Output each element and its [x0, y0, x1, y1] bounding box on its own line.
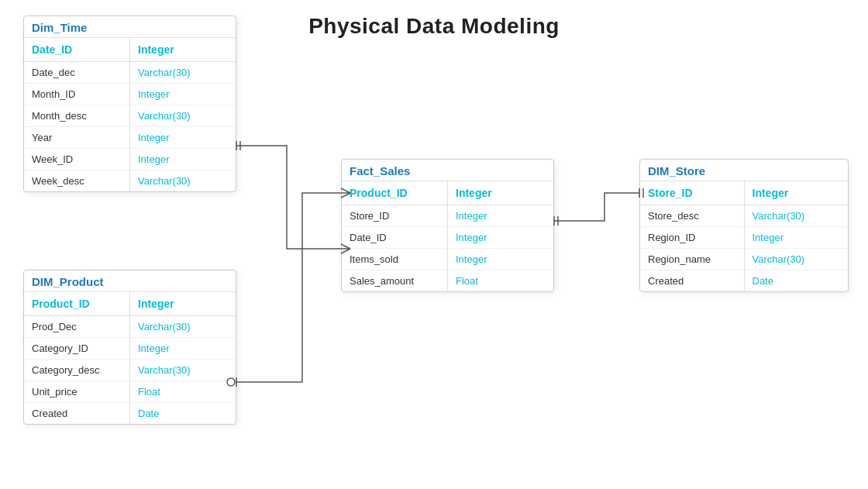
dim-product-table: DIM_Product Product_ID Integer Prod_DecV…	[23, 270, 236, 425]
dim-time-table: Dim_Time Date_ID Integer Date_decVarchar…	[23, 15, 236, 192]
dim-time-pk-type: Integer	[130, 38, 236, 61]
table-row: Year	[24, 127, 130, 148]
connector-factsales-dimstore	[554, 193, 639, 221]
dim-product-pk-col: Product_ID	[24, 292, 130, 315]
table-row: Category_desc	[24, 360, 130, 381]
fact-sales-pk-type: Integer	[448, 181, 553, 205]
table-row: Prod_Dec	[24, 316, 130, 337]
table-row: Week_desc	[24, 170, 130, 191]
fact-sales-table: Fact_Sales Product_ID Integer Store_IDIn…	[341, 159, 554, 292]
dim-store-title: DIM_Store	[640, 160, 848, 181]
table-row: Items_sold	[342, 249, 448, 270]
dim-time-pk-col: Date_ID	[24, 38, 130, 61]
table-row: Store_desc	[640, 205, 745, 226]
connector-dimproduct-factsales	[236, 193, 341, 382]
fact-sales-title: Fact_Sales	[342, 160, 553, 181]
table-row: Category_ID	[24, 338, 130, 359]
fact-sales-pk-col: Product_ID	[342, 181, 448, 205]
connector-dimtime-factsales	[236, 146, 341, 249]
table-row: Created	[24, 403, 130, 424]
dim-store-pk-type: Integer	[745, 181, 849, 205]
table-row: Date_dec	[24, 62, 130, 83]
table-row: Created	[640, 270, 745, 291]
table-row: Sales_amount	[342, 270, 448, 291]
dim-product-title: DIM_Product	[24, 270, 236, 291]
table-row: Region_ID	[640, 227, 745, 248]
table-row: Date_ID	[342, 227, 448, 248]
dim-store-table: DIM_Store Store_ID Integer Store_descVar…	[639, 159, 849, 292]
dim-store-pk-col: Store_ID	[640, 181, 745, 205]
dim-time-title: Dim_Time	[24, 16, 236, 37]
table-row: Region_name	[640, 249, 745, 270]
table-row: Store_ID	[342, 205, 448, 226]
table-row: Month_ID	[24, 84, 130, 105]
table-row: Month_desc	[24, 105, 130, 126]
table-row: Week_ID	[24, 149, 130, 170]
dim-product-pk-type: Integer	[130, 292, 236, 315]
table-row: Unit_price	[24, 381, 130, 402]
